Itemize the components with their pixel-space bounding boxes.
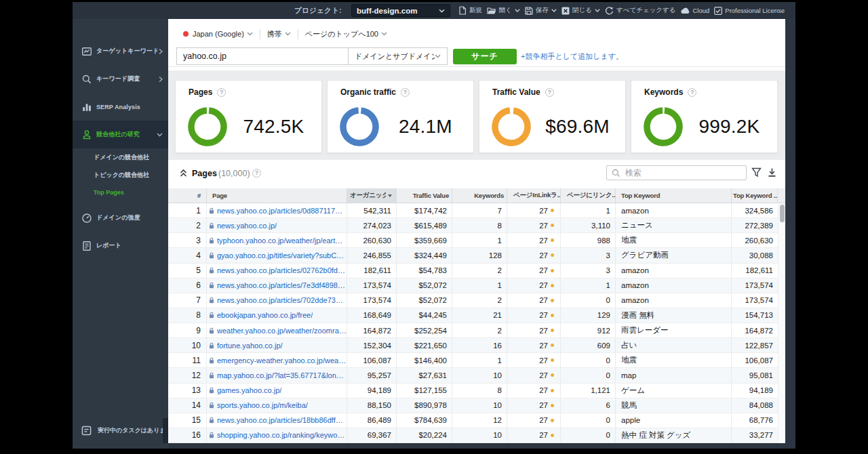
device-select[interactable]: 携帯 (267, 29, 282, 39)
cell-page[interactable]: news.yahoo.co.jp/articles/0d8871176e... (207, 203, 347, 218)
collapse-icon[interactable] (180, 169, 187, 178)
project-select[interactable]: buff-design.com (351, 4, 450, 17)
sidebar-item-topic-competitors[interactable]: トピックの競合他社 (73, 166, 168, 184)
sidebar-item-competitor-research[interactable]: 競合他社の研究 (73, 121, 168, 148)
sidebar-item-domain-competitors[interactable]: ドメインの競合他社 (73, 148, 168, 166)
page-link[interactable]: weather.yahoo.co.jp/weather/zoomradar/ (217, 327, 347, 335)
depth-select[interactable]: ページのトップへ100 (305, 29, 378, 39)
lock-icon (209, 417, 214, 424)
column-header-top-keyword[interactable]: Top Keyword (616, 188, 732, 203)
inlink-rank-value: 27 (539, 311, 548, 319)
page-link[interactable]: news.yahoo.co.jp/articles/0d8871176e... (217, 207, 347, 215)
scope-select[interactable]: ドメインとサブドメイン (348, 47, 448, 65)
cell-page[interactable]: typhoon.yahoo.co.jp/weather/jp/earthq... (207, 233, 347, 247)
table-row[interactable]: 15 news.yahoo.co.jp/articles/18bb86dff73… (168, 413, 785, 428)
table-row[interactable]: 16 shopping.yahoo.co.jp/ranking/keyword/… (168, 428, 785, 443)
menu-item-new[interactable]: 新規 (458, 6, 482, 15)
cell-page[interactable]: games.yahoo.co.jp/ (207, 384, 347, 398)
add-competitor-link[interactable]: +競争相手として追加します。 (521, 51, 623, 62)
table-row[interactable]: 13 games.yahoo.co.jp/ 94,189 $127,155 8 … (168, 384, 785, 398)
cell-page[interactable]: news.yahoo.co.jp/articles/18bb86dff73... (207, 413, 347, 428)
inlink-rank-value: 27 (539, 251, 548, 260)
table-row[interactable]: 4 gyao.yahoo.co.jp/titles/variety?subCat… (168, 248, 785, 263)
page-link[interactable]: news.yahoo.co.jp/ (217, 222, 277, 230)
menu-item-close[interactable]: 閉じる (561, 6, 600, 15)
page-link[interactable]: news.yahoo.co.jp/articles/02762b0fd7a... (217, 266, 347, 274)
menu-item-open[interactable]: 開く (487, 6, 520, 15)
table-row[interactable]: 14 sports.yahoo.co.jp/m/keiba/ 88,150 $8… (168, 398, 785, 413)
menu-item-cloud[interactable]: Cloud (681, 7, 710, 14)
cell-page[interactable]: ebookjapan.yahoo.co.jp/free/ (207, 308, 347, 323)
page-link[interactable]: sports.yahoo.co.jp/m/keiba/ (217, 401, 308, 409)
card-title: Organic traffic (340, 87, 396, 97)
help-icon[interactable]: ? (545, 88, 554, 97)
cell-page[interactable]: gyao.yahoo.co.jp/titles/variety?subCateg… (207, 248, 347, 262)
cell-traffic-value: $44,245 (397, 308, 452, 323)
table-search-input[interactable]: 検索 (606, 165, 747, 180)
page-link[interactable]: map.yahoo.co.jp/?lat=35.67717&lon=1... (217, 371, 347, 379)
table-row[interactable]: 7 news.yahoo.co.jp/articles/702dde730d..… (168, 293, 785, 308)
cell-page[interactable]: news.yahoo.co.jp/articles/7e3df489853... (207, 278, 347, 293)
page-link[interactable]: games.yahoo.co.jp/ (217, 386, 281, 394)
domain-input[interactable]: yahoo.co.jp (176, 47, 349, 65)
column-header-keywords[interactable]: Keywords (452, 188, 507, 203)
sidebar-item-reports[interactable]: レポート (73, 232, 168, 260)
table-row[interactable]: 9 weather.yahoo.co.jp/weather/zoomradar/… (168, 323, 785, 338)
page-link[interactable]: gyao.yahoo.co.jp/titles/variety?subCateg… (217, 251, 347, 260)
cell-page[interactable]: news.yahoo.co.jp/ (207, 218, 347, 232)
cell-page[interactable]: fortune.yahoo.co.jp/ (207, 338, 347, 352)
table-row[interactable]: 11 emergency-weather.yahoo.co.jp/weathe.… (168, 353, 785, 368)
cell-page[interactable]: news.yahoo.co.jp/articles/702dde730d... (207, 293, 347, 308)
download-icon[interactable] (767, 167, 777, 178)
help-icon[interactable]: ? (252, 169, 261, 178)
sidebar-item-serp-analysis[interactable]: SERP Analysis (73, 93, 168, 121)
page-link[interactable]: fortune.yahoo.co.jp/ (217, 342, 283, 350)
page-link[interactable]: news.yahoo.co.jp/articles/18bb86dff73... (217, 416, 347, 424)
search-engine-select[interactable]: Japan (Google) (193, 30, 244, 38)
sidebar-item-keyword-research[interactable]: キーワード調査 (73, 65, 168, 93)
table-row[interactable]: 12 map.yahoo.co.jp/?lat=35.67717&lon=1..… (168, 368, 785, 383)
chevron-down-icon (285, 32, 291, 36)
page-link[interactable]: ebookjapan.yahoo.co.jp/free/ (217, 311, 313, 319)
column-header-organic-traffic[interactable]: オーガニック... (347, 188, 397, 203)
column-header-inlink-rank[interactable]: ページInLinkラ... (507, 188, 561, 203)
sidebar-item-domain-strength[interactable]: ドメインの強度 (73, 204, 168, 232)
help-icon[interactable]: ? (688, 88, 696, 97)
cell-page[interactable]: shopping.yahoo.co.jp/ranking/keyword/... (207, 428, 347, 442)
page-link[interactable]: shopping.yahoo.co.jp/ranking/keyword/... (217, 431, 347, 439)
table-row[interactable]: 1 news.yahoo.co.jp/articles/0d8871176e..… (168, 203, 785, 218)
search-button[interactable]: サーチ (453, 49, 517, 64)
page-link[interactable]: news.yahoo.co.jp/articles/7e3df489853... (217, 281, 347, 289)
sidebar-item-top-pages[interactable]: Top Pages (73, 184, 168, 201)
menu-item-check-all[interactable]: すべてチェックする (605, 6, 676, 15)
page-link[interactable]: typhoon.yahoo.co.jp/weather/jp/earthq... (217, 236, 347, 245)
cell-page[interactable]: sports.yahoo.co.jp/m/keiba/ (207, 398, 347, 413)
cell-page[interactable]: news.yahoo.co.jp/articles/02762b0fd7a... (207, 264, 347, 278)
column-header-page[interactable]: Page (207, 188, 347, 203)
table-row[interactable]: 2 news.yahoo.co.jp/ 274,023 $615,489 8 2… (168, 218, 785, 233)
page-link[interactable]: emergency-weather.yahoo.co.jp/weathe... (217, 356, 347, 365)
table-row[interactable]: 10 fortune.yahoo.co.jp/ 152,304 $221,650… (168, 338, 785, 353)
cell-page[interactable]: emergency-weather.yahoo.co.jp/weathe... (207, 353, 347, 367)
column-header-num[interactable]: # (168, 188, 207, 203)
filter-icon[interactable] (751, 167, 762, 178)
help-icon[interactable]: ? (401, 88, 410, 97)
table-row[interactable]: 6 news.yahoo.co.jp/articles/7e3df489853.… (168, 278, 785, 293)
task-status-bar[interactable]: 実行中のタスクはありま… (73, 418, 168, 443)
sidebar-item-target-keywords[interactable]: ターゲットキーワード (73, 37, 168, 65)
column-header-top-keyword-traffic[interactable]: Top Keyword ... (732, 188, 778, 203)
column-header-linking-pages[interactable]: ページにリンク... (561, 188, 616, 203)
cell-linking-pages: 1 (561, 203, 616, 218)
help-icon[interactable]: ? (217, 88, 226, 97)
vertical-scrollbar[interactable] (778, 203, 785, 443)
menu-item-save[interactable]: 保存 (525, 6, 557, 15)
scrollbar-thumb[interactable] (780, 205, 785, 222)
page-link[interactable]: news.yahoo.co.jp/articles/702dde730d... (217, 296, 347, 304)
table-row[interactable]: 8 ebookjapan.yahoo.co.jp/free/ 168,649 $… (168, 308, 785, 323)
cell-page[interactable]: map.yahoo.co.jp/?lat=35.67717&lon=1... (207, 368, 347, 382)
column-header-traffic-value[interactable]: Traffic Value (397, 188, 452, 203)
menu-item-license[interactable]: Professional License (714, 7, 785, 15)
cell-page[interactable]: weather.yahoo.co.jp/weather/zoomradar/ (207, 323, 347, 337)
table-row[interactable]: 3 typhoon.yahoo.co.jp/weather/jp/earthq.… (168, 233, 785, 248)
table-row[interactable]: 5 news.yahoo.co.jp/articles/02762b0fd7a.… (168, 264, 785, 278)
